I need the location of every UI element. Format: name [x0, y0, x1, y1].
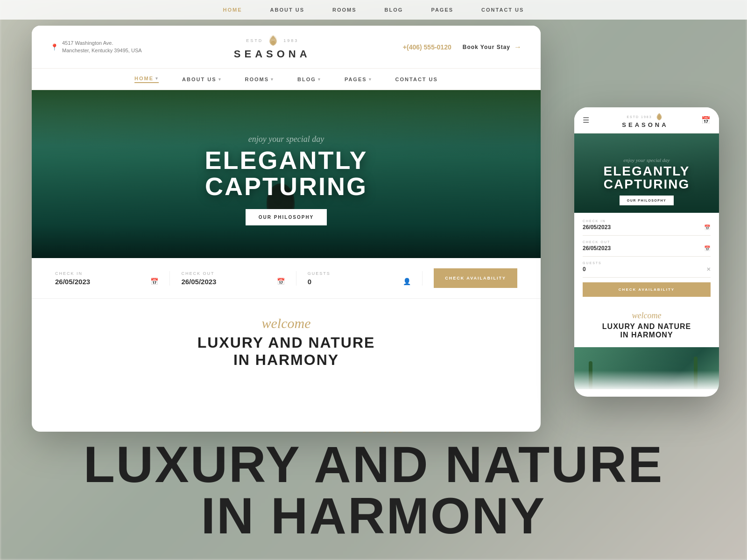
- arrow-icon: →: [514, 43, 522, 51]
- chevron-down-icon: ▾: [218, 77, 222, 82]
- hamburger-icon[interactable]: ☰: [583, 116, 589, 125]
- address-line1: 4517 Washington Ave.: [62, 40, 142, 47]
- checkout-value[interactable]: 26/05/2023 📅: [181, 278, 284, 286]
- mobile-calendar-icon: 📅: [704, 245, 711, 252]
- welcome-script: welcome: [55, 315, 517, 331]
- mobile-hero-title: ELEGANTLY CAPTURING: [574, 165, 719, 191]
- mobile-check-availability-button[interactable]: CHECK AVAILABILITY: [583, 282, 711, 297]
- mobile-hero-script: enjoy your special day: [574, 157, 719, 163]
- phone-number: +(406) 555-0120: [403, 43, 451, 51]
- person-icon: 👤: [403, 278, 411, 285]
- calendar-icon: 📅: [277, 278, 285, 285]
- hero-content: enjoy your special day ELEGANTLY CAPTURI…: [32, 134, 541, 225]
- header-right: +(406) 555-0120 Book Your Stay →: [403, 43, 522, 51]
- checkout-field: CHECK OUT 26/05/2023 📅: [181, 271, 296, 286]
- desktop-nav-contact[interactable]: CONTACT US: [395, 77, 438, 82]
- guests-label: GUESTS: [308, 271, 411, 276]
- mobile-checkout-label: CHECK OUT: [583, 240, 711, 244]
- mobile-hero-section: enjoy your special day ELEGANTLY CAPTURI…: [574, 133, 719, 213]
- top-nav-about[interactable]: ABOUT US: [270, 7, 304, 13]
- checkin-field: CHECK IN 26/05/2023 📅: [55, 271, 170, 286]
- brand-name: SEASONA: [234, 48, 311, 60]
- desktop-nav: HOME ▾ ABOUT US ▾ ROOMS ▾ BLOG ▾ PAGES ▾…: [32, 69, 541, 90]
- mobile-estd: ESTD 1983: [622, 112, 668, 121]
- mobile-person-icon: ✕: [706, 266, 711, 273]
- desktop-header: 📍 4517 Washington Ave. Manchester, Kentu…: [32, 26, 541, 69]
- calendar-icon: 📅: [150, 278, 158, 285]
- checkin-label: CHECK IN: [55, 271, 158, 276]
- book-stay-label: Book Your Stay: [463, 44, 510, 50]
- logo-emblem-icon: [267, 34, 280, 47]
- mobile-welcome-title: LUXURY AND NATURE IN HARMONY: [583, 322, 711, 340]
- book-stay-button[interactable]: Book Your Stay →: [463, 43, 522, 51]
- mobile-logo-icon: [655, 112, 664, 121]
- mobile-checkin-label: CHECK IN: [583, 219, 711, 223]
- mobile-checkin-value[interactable]: 26/05/2023 📅: [583, 224, 711, 231]
- mobile-logo: ESTD 1983 SEASONA: [622, 112, 668, 128]
- desktop-nav-rooms[interactable]: ROOMS ▾: [245, 77, 275, 82]
- our-philosophy-button[interactable]: OUR PHILOSOPHY: [246, 209, 327, 225]
- top-nav-blog[interactable]: BLOG: [385, 7, 403, 13]
- booking-bar: CHECK IN 26/05/2023 📅 CHECK OUT 26/05/20…: [32, 258, 541, 299]
- checkin-value[interactable]: 26/05/2023 📅: [55, 278, 158, 286]
- top-nav-contact[interactable]: CONTACT US: [481, 7, 524, 13]
- year-text: 1983: [283, 38, 298, 43]
- estd-text: ESTD: [246, 38, 263, 43]
- chevron-down-icon: ▾: [155, 76, 159, 81]
- mobile-tropical-image: [574, 347, 719, 389]
- top-nav-home[interactable]: HOME: [223, 7, 242, 13]
- welcome-title: LUXURY AND NATURE IN HARMONY: [55, 334, 517, 369]
- top-nav-pages[interactable]: PAGES: [431, 7, 453, 13]
- mobile-guests-field: GUESTS 0 ✕: [583, 261, 711, 278]
- desktop-nav-about[interactable]: ABOUT US ▾: [182, 77, 221, 82]
- mobile-our-philosophy-button[interactable]: OUR PHILOSOPHY: [620, 196, 674, 205]
- chevron-down-icon: ▾: [318, 77, 321, 82]
- mobile-hero-content: enjoy your special day ELEGANTLY CAPTURI…: [574, 157, 719, 205]
- header-address: 📍 4517 Washington Ave. Manchester, Kentu…: [50, 40, 142, 54]
- bg-main-title: LUXURY AND NATURE IN HARMONY: [0, 439, 747, 541]
- mobile-checkout-value[interactable]: 26/05/2023 📅: [583, 245, 711, 252]
- checkout-label: CHECK OUT: [181, 271, 284, 276]
- top-nav-rooms[interactable]: ROOMS: [332, 7, 357, 13]
- guests-field: GUESTS 0 👤: [308, 271, 423, 286]
- address-line2: Manchester, Kentucky 39495, USA: [62, 47, 142, 54]
- mobile-booking-section: CHECK IN 26/05/2023 📅 CHECK OUT 26/05/20…: [574, 213, 719, 303]
- mobile-guests-value[interactable]: 0 ✕: [583, 266, 711, 273]
- desktop-nav-home[interactable]: HOME ▾: [134, 76, 159, 83]
- mobile-header: ☰ ESTD 1983 SEASONA 📅: [574, 107, 719, 133]
- estd-line: ESTD 1983: [234, 34, 311, 47]
- check-availability-button[interactable]: CHECK AVAILABILITY: [434, 268, 517, 288]
- mobile-welcome-section: welcome LUXURY AND NATURE IN HARMONY: [574, 303, 719, 347]
- location-icon: 📍: [50, 43, 58, 51]
- hero-title: ELEGANTLY CAPTURING: [32, 147, 541, 200]
- mobile-checkin-field: CHECK IN 26/05/2023 📅: [583, 219, 711, 236]
- mobile-brand-name: SEASONA: [622, 121, 668, 128]
- mobile-mockup: ☰ ESTD 1983 SEASONA 📅 enjoy your special…: [574, 107, 719, 397]
- mobile-checkout-field: CHECK OUT 26/05/2023 📅: [583, 240, 711, 257]
- mobile-guests-label: GUESTS: [583, 261, 711, 265]
- mobile-welcome-script: welcome: [583, 311, 711, 321]
- header-logo: ESTD 1983 SEASONA: [234, 34, 311, 60]
- desktop-nav-blog[interactable]: BLOG ▾: [297, 77, 321, 82]
- hero-script-text: enjoy your special day: [32, 134, 541, 144]
- chevron-down-icon: ▾: [369, 77, 372, 82]
- mobile-calendar-icon: 📅: [704, 224, 711, 231]
- desktop-nav-pages[interactable]: PAGES ▾: [345, 77, 372, 82]
- mobile-calendar-icon[interactable]: 📅: [701, 116, 711, 125]
- background-text: welcome LUXURY AND NATURE IN HARMONY: [0, 417, 747, 541]
- desktop-mockup: 📍 4517 Washington Ave. Manchester, Kentu…: [32, 26, 541, 432]
- address-block: 4517 Washington Ave. Manchester, Kentuck…: [62, 40, 142, 54]
- hero-section: enjoy your special day ELEGANTLY CAPTURI…: [32, 90, 541, 258]
- guests-value[interactable]: 0 👤: [308, 278, 411, 286]
- chevron-down-icon: ▾: [271, 77, 274, 82]
- top-navigation: HOME ABOUT US ROOMS BLOG PAGES CONTACT U…: [0, 0, 747, 20]
- welcome-section: welcome LUXURY AND NATURE IN HARMONY: [32, 299, 541, 385]
